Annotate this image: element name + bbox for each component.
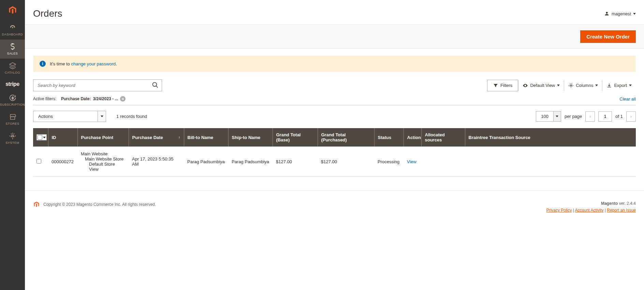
privacy-policy-link[interactable]: Privacy Policy bbox=[546, 208, 572, 213]
sidebar-item-stripe[interactable]: stripe bbox=[0, 78, 25, 91]
prev-page-button[interactable]: ‹ bbox=[585, 111, 595, 122]
sidebar-item-label: Dashboard bbox=[2, 33, 23, 36]
page-header: Orders magenest bbox=[25, 0, 644, 25]
chevron-down-icon bbox=[629, 85, 632, 86]
svg-point-1 bbox=[12, 135, 14, 137]
search-button[interactable] bbox=[150, 80, 160, 91]
password-notice: i It's time to change your password. bbox=[33, 56, 636, 72]
gear-icon bbox=[568, 83, 574, 88]
active-filters-label: Active filters: bbox=[33, 96, 56, 101]
sidebar-item-stores[interactable]: Stores bbox=[0, 110, 25, 129]
chevron-down-icon bbox=[633, 13, 636, 15]
sidebar-item-sales[interactable]: Sales bbox=[0, 40, 25, 59]
toolbar-right: Filters Default View Columns Export bbox=[487, 80, 636, 91]
col-bill-to[interactable]: Bill-to Name bbox=[184, 128, 228, 147]
export-icon bbox=[606, 83, 612, 88]
create-new-order-button[interactable]: Create New Order bbox=[580, 30, 636, 43]
sidebar-item-label: System bbox=[5, 141, 19, 144]
cell-purchase-point: Main Website Main Website Store Default … bbox=[77, 147, 129, 177]
total-pages-label: of 1 bbox=[615, 114, 623, 119]
per-page-label: per page bbox=[565, 114, 582, 119]
view-link[interactable]: View bbox=[407, 159, 416, 164]
sidebar-item-label: Subscription bbox=[0, 103, 25, 106]
chevron-down-icon bbox=[43, 137, 46, 138]
magento-logo[interactable] bbox=[0, 0, 25, 20]
filters-button[interactable]: Filters bbox=[487, 80, 518, 91]
user-menu[interactable]: magenest bbox=[604, 11, 636, 16]
next-page-button[interactable]: › bbox=[626, 111, 636, 122]
col-action[interactable]: Action bbox=[404, 128, 421, 147]
cell-gt-purchased: $127.00 bbox=[318, 147, 374, 177]
current-page-input[interactable] bbox=[598, 111, 612, 122]
version-text: ver. 2.4.4 bbox=[618, 201, 636, 206]
page-title: Orders bbox=[33, 8, 62, 19]
clear-all-filters[interactable]: Clear all bbox=[619, 96, 636, 102]
chevron-down-icon bbox=[553, 111, 561, 121]
search-input[interactable] bbox=[33, 79, 162, 91]
sidebar-item-subscription[interactable]: $ Subscription bbox=[0, 91, 25, 110]
user-icon bbox=[604, 11, 610, 16]
sidebar: Dashboard Sales Catalog stripe $ Subscri… bbox=[0, 0, 25, 226]
chevron-down-icon bbox=[595, 85, 598, 86]
orders-table: ID Purchase Point Purchase Date↑ Bill-to… bbox=[33, 128, 636, 177]
pagination: 100 per page ‹ of 1 › bbox=[536, 111, 636, 122]
col-grand-total-purchased[interactable]: Grand Total (Purchased) bbox=[318, 128, 374, 147]
svg-point-4 bbox=[570, 85, 572, 86]
cell-status: Processing bbox=[374, 147, 404, 177]
footer: Copyright © 2023 Magento Commerce Inc. A… bbox=[25, 190, 644, 226]
page-size-select[interactable]: 100 bbox=[536, 111, 561, 122]
table-header-row: ID Purchase Point Purchase Date↑ Bill-to… bbox=[33, 128, 636, 147]
eye-icon bbox=[523, 83, 528, 88]
svg-point-2 bbox=[153, 82, 157, 87]
chevron-down-icon bbox=[557, 85, 560, 86]
copyright-text: Copyright © 2023 Magento Commerce Inc. A… bbox=[43, 202, 156, 207]
row-checkbox[interactable] bbox=[36, 159, 41, 164]
col-status[interactable]: Status bbox=[374, 128, 404, 147]
cell-id: 000000272 bbox=[48, 147, 77, 177]
select-all-checkbox[interactable] bbox=[38, 135, 42, 140]
col-ship-to[interactable]: Ship-to Name bbox=[228, 128, 273, 147]
stripe-logo-text: stripe bbox=[5, 81, 19, 87]
table-row[interactable]: 000000272 Main Website Main Website Stor… bbox=[33, 147, 636, 177]
svg-line-3 bbox=[156, 86, 158, 88]
active-filters-row: Active filters: Purchase Date: 3/24/2023… bbox=[33, 93, 636, 105]
cell-braintree bbox=[465, 147, 636, 177]
funnel-icon bbox=[493, 83, 498, 88]
search-icon bbox=[152, 81, 159, 88]
report-issue-link[interactable]: Report an Issue bbox=[607, 208, 636, 213]
notice-text: It's time to change your password. bbox=[50, 61, 117, 66]
col-id[interactable]: ID bbox=[48, 128, 77, 147]
change-password-link[interactable]: change your password bbox=[71, 61, 116, 66]
info-icon: i bbox=[40, 61, 46, 67]
col-purchase-date[interactable]: Purchase Date↑ bbox=[129, 128, 184, 147]
col-purchase-point[interactable]: Purchase Point bbox=[77, 128, 129, 147]
controls-row: Actions 1 records found 100 per page ‹ o… bbox=[33, 111, 636, 122]
col-braintree[interactable]: Braintree Transaction Source bbox=[465, 128, 636, 147]
export-button[interactable]: Export bbox=[602, 80, 636, 91]
account-activity-link[interactable]: Account Activity bbox=[575, 208, 603, 213]
cell-ship-to: Parag Padsumbiya bbox=[228, 147, 273, 177]
sidebar-item-label: Sales bbox=[7, 52, 18, 55]
sidebar-item-catalog[interactable]: Catalog bbox=[0, 59, 25, 78]
remove-filter-button[interactable]: ✕ bbox=[120, 96, 126, 102]
bulk-actions-select[interactable]: Actions bbox=[33, 111, 106, 122]
sidebar-item-dashboard[interactable]: Dashboard bbox=[0, 20, 25, 40]
sort-asc-icon: ↑ bbox=[178, 135, 180, 139]
cell-gt-base: $127.00 bbox=[273, 147, 318, 177]
default-view-button[interactable]: Default View bbox=[518, 80, 564, 91]
sidebar-item-label: Catalog bbox=[5, 71, 20, 74]
user-name: magenest bbox=[612, 11, 631, 16]
brand-name: Magento bbox=[601, 201, 618, 206]
chevron-down-icon bbox=[98, 111, 106, 122]
columns-button[interactable]: Columns bbox=[564, 80, 602, 91]
main-content: Orders magenest Create New Order i It's … bbox=[25, 0, 644, 226]
col-checkbox[interactable] bbox=[33, 128, 48, 147]
col-grand-total-base[interactable]: Grand Total (Base) bbox=[273, 128, 318, 147]
cell-bill-to: Parag Padsumbiya bbox=[184, 147, 228, 177]
sidebar-item-label: Stores bbox=[6, 122, 19, 125]
cell-allocated bbox=[421, 147, 465, 177]
sidebar-item-system[interactable]: System bbox=[0, 129, 25, 148]
search-wrap bbox=[33, 79, 162, 91]
col-allocated[interactable]: Allocated sources bbox=[421, 128, 465, 147]
action-bar: Create New Order bbox=[25, 25, 644, 49]
